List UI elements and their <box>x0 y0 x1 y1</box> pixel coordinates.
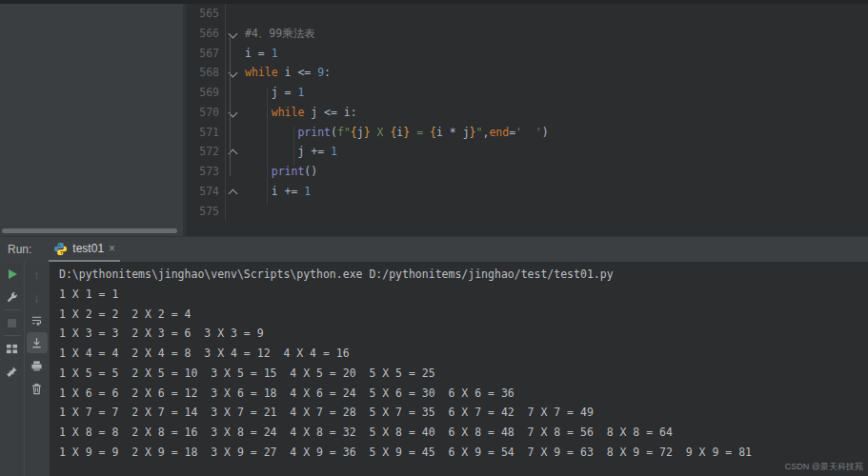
fold-column <box>225 142 241 162</box>
code-text <box>241 202 868 222</box>
layout-icon <box>6 343 18 355</box>
code-text: print(f"{j} X {i} = {i * j}",end=' ') <box>241 123 868 143</box>
restore-layout-button[interactable] <box>2 338 23 359</box>
run-toolbar: ↑ ↓ <box>0 262 50 476</box>
code-text: i = 1 <box>241 44 868 64</box>
console-line: 1 X 6 = 6 2 X 6 = 12 3 X 6 = 18 4 X 6 = … <box>59 384 868 404</box>
printer-icon <box>30 360 43 372</box>
fold-column <box>225 182 241 202</box>
soft-wrap-button[interactable] <box>27 309 48 330</box>
line-number: 573 <box>187 162 225 182</box>
code-text <box>241 4 868 24</box>
code-line[interactable]: 572 j += 1 <box>187 142 868 162</box>
code-line[interactable]: 568while i <= 9: <box>187 63 868 83</box>
fold-column <box>225 103 241 123</box>
run-tab-test01[interactable]: test01 × <box>49 237 120 262</box>
console-line: 1 X 7 = 7 2 X 7 = 14 3 X 7 = 21 4 X 7 = … <box>59 403 868 423</box>
pin-icon <box>6 366 18 378</box>
code-line[interactable]: 566#4、99乘法表 <box>187 24 868 44</box>
stop-button[interactable] <box>2 312 23 333</box>
console-line: 1 X 9 = 9 2 X 9 = 18 3 X 9 = 27 4 X 9 = … <box>59 443 868 463</box>
fold-column <box>225 63 241 83</box>
watermark: CSDN @景天科技苑 <box>785 461 863 473</box>
arrow-down-icon: ↓ <box>33 290 40 305</box>
down-stack-trace-button[interactable]: ↓ <box>27 287 48 307</box>
code-text: print() <box>241 162 868 182</box>
code-text: while i <= 9: <box>241 63 868 83</box>
project-panel-hscrollbar[interactable] <box>2 228 177 233</box>
settings-button[interactable] <box>2 287 23 307</box>
console-line: 1 X 8 = 8 2 X 8 = 16 3 X 8 = 24 4 X 8 = … <box>59 423 868 443</box>
tab-close-icon[interactable]: × <box>109 243 115 254</box>
code-editor[interactable]: 565566#4、99乘法表567i = 1568while i <= 9:56… <box>187 4 868 236</box>
run-tab-title: test01 <box>72 242 104 255</box>
code-line[interactable]: 567i = 1 <box>187 44 868 64</box>
console-line: 1 X 5 = 5 2 X 5 = 10 3 X 5 = 15 4 X 5 = … <box>59 364 868 384</box>
code-line[interactable]: 565 <box>187 4 868 24</box>
arrow-up-icon: ↑ <box>33 268 40 282</box>
code-line[interactable]: 570 while j <= i: <box>187 103 868 123</box>
code-line[interactable]: 573 print() <box>187 162 868 182</box>
code-line[interactable]: 574 i += 1 <box>187 182 868 202</box>
trash-icon <box>30 383 43 395</box>
console-line: 1 X 4 = 4 2 X 4 = 8 3 X 4 = 12 4 X 4 = 1… <box>59 344 868 364</box>
code-text: #4、99乘法表 <box>241 24 868 44</box>
code-line[interactable]: 575 <box>187 202 868 222</box>
fold-column <box>225 123 241 143</box>
print-button[interactable] <box>27 355 48 376</box>
line-number: 570 <box>187 103 225 123</box>
run-label: Run: <box>8 243 31 256</box>
console-line: 1 X 3 = 3 2 X 3 = 6 3 X 3 = 9 <box>59 324 868 344</box>
toolbar-separator <box>4 335 21 336</box>
scroll-to-end-icon <box>30 337 43 349</box>
fold-column <box>225 44 241 64</box>
play-icon <box>7 268 18 280</box>
line-number: 565 <box>187 4 225 24</box>
line-number: 572 <box>187 142 225 162</box>
up-stack-trace-button[interactable]: ↑ <box>27 264 48 285</box>
code-text: j = 1 <box>241 83 868 103</box>
code-text: j += 1 <box>241 142 868 162</box>
fold-column <box>225 4 241 24</box>
console-line: D:\pythonitems\jinghao\venv\Scripts\pyth… <box>59 265 868 285</box>
toolbar-separator <box>4 309 21 310</box>
indent-guide <box>267 88 268 205</box>
code-line[interactable]: 571 print(f"{j} X {i} = {i * j}",end=' '… <box>187 123 868 143</box>
run-console: ↑ ↓ <box>0 262 868 476</box>
fold-column <box>225 83 241 103</box>
console-line: 1 X 1 = 1 <box>59 285 868 305</box>
line-number: 574 <box>187 182 225 202</box>
line-number: 575 <box>187 202 225 222</box>
scroll-to-end-button[interactable] <box>27 332 48 353</box>
python-icon <box>53 242 68 256</box>
stop-icon <box>7 318 17 328</box>
line-number: 567 <box>187 44 225 64</box>
soft-wrap-icon <box>30 314 43 327</box>
fold-column <box>225 202 241 222</box>
line-number: 571 <box>187 123 225 143</box>
fold-end-icon[interactable] <box>229 188 238 198</box>
indent-guide <box>293 127 294 166</box>
fold-column <box>225 24 241 44</box>
fold-guide-line <box>230 37 231 176</box>
code-text: while j <= i: <box>241 103 868 123</box>
code-line[interactable]: 569 j = 1 <box>187 83 868 103</box>
clear-all-button[interactable] <box>27 378 48 399</box>
code-text: i += 1 <box>241 182 868 202</box>
fold-column <box>225 162 241 182</box>
project-panel <box>0 4 183 236</box>
line-number: 568 <box>187 63 225 83</box>
rerun-button[interactable] <box>2 264 23 285</box>
console-line: 1 X 2 = 2 2 X 2 = 4 <box>59 305 868 325</box>
line-number: 569 <box>187 83 225 103</box>
pin-button[interactable] <box>2 361 23 382</box>
console-output[interactable]: D:\pythonitems\jinghao\venv\Scripts\pyth… <box>50 262 868 476</box>
wrench-icon <box>6 291 18 304</box>
line-number: 566 <box>187 24 225 44</box>
run-tool-window-header: Run: test01 × <box>0 236 868 262</box>
